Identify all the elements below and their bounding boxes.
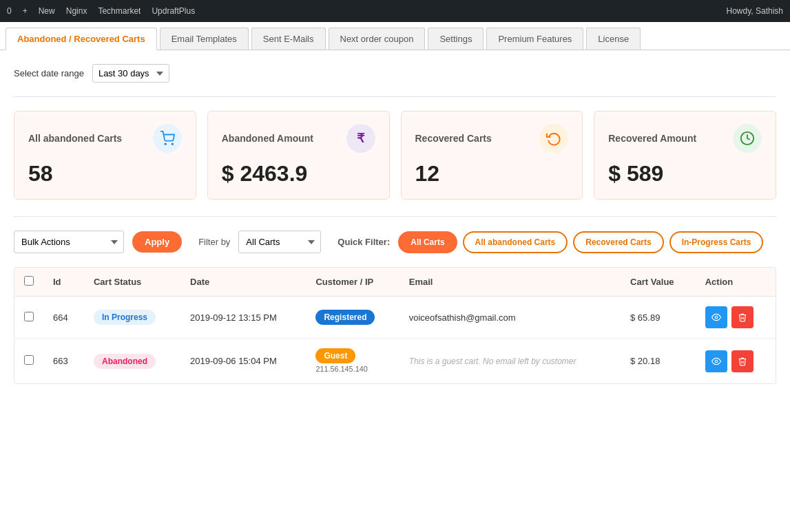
cell-customer-ip: Guest211.56.145.140 xyxy=(306,339,399,384)
date-range-row: Select date range Last 30 days Last 7 da… xyxy=(14,64,776,83)
email-cell: This is a guest cart. No email left by c… xyxy=(409,357,576,366)
stat-value-all-abandoned: 58 xyxy=(28,161,182,187)
divider-2 xyxy=(14,216,776,217)
stat-card-recovered-amount: Recovered Amount $ 589 xyxy=(594,111,776,200)
action-buttons xyxy=(705,350,766,372)
view-button[interactable] xyxy=(705,306,727,328)
stat-card-recovered-carts: Recovered Carts 12 xyxy=(401,111,583,200)
page-wrap: Abandoned / Recovered Carts Email Templa… xyxy=(0,22,790,532)
tab-next-order-coupon[interactable]: Next order coupon xyxy=(329,28,426,50)
svg-point-0 xyxy=(165,143,166,145)
admin-bar: 0 + New Nginx Techmarket UpdraftPlus How… xyxy=(0,0,790,22)
admin-bar-howdy: Howdy, Sathish xyxy=(727,6,783,16)
svg-point-3 xyxy=(715,316,718,319)
cell-date: 2019-09-06 15:04 PM xyxy=(180,339,306,384)
cart-status-badge: In Progress xyxy=(94,310,156,325)
bulk-actions-select[interactable]: Bulk Actions Delete xyxy=(14,231,124,253)
cart-status-badge: Abandoned xyxy=(94,354,156,369)
quick-btn-all-carts[interactable]: All Carts xyxy=(398,231,457,253)
delete-button[interactable] xyxy=(731,306,753,328)
carts-table: Id Cart Status Date Customer / IP Email … xyxy=(14,268,776,383)
th-customer-ip: Customer / IP xyxy=(306,268,399,297)
th-date: Date xyxy=(180,268,306,297)
refresh-icon xyxy=(539,124,568,153)
date-range-label: Select date range xyxy=(14,68,84,78)
row-checkbox[interactable] xyxy=(24,312,34,321)
cell-customer-ip: Registered xyxy=(306,297,399,339)
stat-title-recovered-carts: Recovered Carts xyxy=(415,133,492,144)
apply-button[interactable]: Apply xyxy=(132,231,182,253)
admin-bar-new[interactable]: New xyxy=(39,6,55,16)
filter-by-label: Filter by xyxy=(198,237,230,247)
admin-bar-techmarket[interactable]: Techmarket xyxy=(98,6,141,16)
th-checkbox xyxy=(14,268,43,297)
action-buttons xyxy=(705,306,766,328)
cart-icon xyxy=(153,124,182,153)
divider-1 xyxy=(14,96,776,97)
tab-license[interactable]: License xyxy=(586,28,641,50)
view-button[interactable] xyxy=(705,350,727,372)
date-range-select[interactable]: Last 30 days Last 7 days Last 90 days Th… xyxy=(92,64,169,83)
cell-email: This is a guest cart. No email left by c… xyxy=(399,339,621,384)
cell-action xyxy=(696,339,776,384)
stat-value-recovered-carts: 12 xyxy=(415,161,569,187)
customer-ip: 211.56.145.140 xyxy=(315,365,367,373)
tab-premium-features[interactable]: Premium Features xyxy=(486,28,583,50)
stat-card-all-abandoned: All abandoned Carts 58 xyxy=(14,111,196,200)
stat-title-abandoned-amount: Abandoned Amount xyxy=(222,133,313,144)
stat-value-recovered-amount: $ 589 xyxy=(608,161,762,187)
admin-bar-zero[interactable]: 0 xyxy=(7,6,12,16)
quick-filter-buttons: All Carts All abandoned Carts Recovered … xyxy=(398,231,763,253)
table-header-row: Id Cart Status Date Customer / IP Email … xyxy=(14,268,776,297)
tab-abandoned-recovered[interactable]: Abandoned / Recovered Carts xyxy=(6,28,157,50)
rupee-icon: ₹ xyxy=(346,124,375,153)
stat-card-abandoned-amount: Abandoned Amount ₹ $ 2463.9 xyxy=(207,111,390,200)
email-cell: voiceofsathish@gmail.com xyxy=(409,312,516,323)
cell-cart-value: $ 65.89 xyxy=(621,297,696,339)
cell-id: 664 xyxy=(43,297,84,339)
quick-btn-in-progress[interactable]: In-Progress Carts xyxy=(669,231,764,253)
th-id: Id xyxy=(43,268,84,297)
carts-table-wrap: Id Cart Status Date Customer / IP Email … xyxy=(14,267,776,384)
customer-type-badge: Guest xyxy=(315,348,355,363)
nav-tabs: Abandoned / Recovered Carts Email Templa… xyxy=(0,22,790,50)
th-email: Email xyxy=(399,268,621,297)
cell-cart-value: $ 20.18 xyxy=(621,339,696,384)
stat-value-abandoned-amount: $ 2463.9 xyxy=(222,161,375,187)
admin-bar-updraftplus[interactable]: UpdraftPlus xyxy=(152,6,195,16)
th-cart-status: Cart Status xyxy=(84,268,180,297)
cell-date: 2019-09-12 13:15 PM xyxy=(180,297,306,339)
row-checkbox-cell xyxy=(14,339,43,384)
th-action: Action xyxy=(696,268,776,297)
select-all-checkbox[interactable] xyxy=(24,276,34,286)
stats-grid: All abandoned Carts 58 Abandoned Amount … xyxy=(14,111,776,200)
svg-point-4 xyxy=(715,360,718,363)
cell-cart-status: Abandoned xyxy=(84,339,180,384)
th-cart-value: Cart Value xyxy=(621,268,696,297)
tab-settings[interactable]: Settings xyxy=(428,28,484,50)
cell-id: 663 xyxy=(43,339,84,384)
cell-email: voiceofsathish@gmail.com xyxy=(399,297,621,339)
delete-button[interactable] xyxy=(731,350,753,372)
cell-action xyxy=(696,297,776,339)
quick-filter-label: Quick Filter: xyxy=(337,237,390,247)
stat-title-recovered-amount: Recovered Amount xyxy=(608,133,696,144)
table-row: 663 Abandoned 2019-09-06 15:04 PM Guest2… xyxy=(14,339,776,384)
row-checkbox[interactable] xyxy=(24,355,34,365)
svg-point-1 xyxy=(171,143,173,145)
table-row: 664 In Progress 2019-09-12 13:15 PM Regi… xyxy=(14,297,776,339)
tab-email-templates[interactable]: Email Templates xyxy=(160,28,249,50)
dollar-refresh-icon xyxy=(733,124,762,153)
admin-bar-nginx[interactable]: Nginx xyxy=(66,6,87,16)
content-area: Select date range Last 30 days Last 7 da… xyxy=(0,50,790,398)
quick-btn-recovered[interactable]: Recovered Carts xyxy=(573,231,663,253)
filter-row: Bulk Actions Delete Apply Filter by All … xyxy=(14,231,776,253)
admin-bar-plus[interactable]: + xyxy=(23,6,28,16)
filter-by-select[interactable]: All Carts Abandoned Recovered In-Progres… xyxy=(238,231,321,253)
row-checkbox-cell xyxy=(14,297,43,339)
tab-sent-emails[interactable]: Sent E-Mails xyxy=(251,28,326,50)
stat-title-all-abandoned: All abandoned Carts xyxy=(28,133,122,144)
customer-type-badge: Registered xyxy=(315,310,375,325)
cell-cart-status: In Progress xyxy=(84,297,180,339)
quick-btn-all-abandoned[interactable]: All abandoned Carts xyxy=(463,231,568,253)
